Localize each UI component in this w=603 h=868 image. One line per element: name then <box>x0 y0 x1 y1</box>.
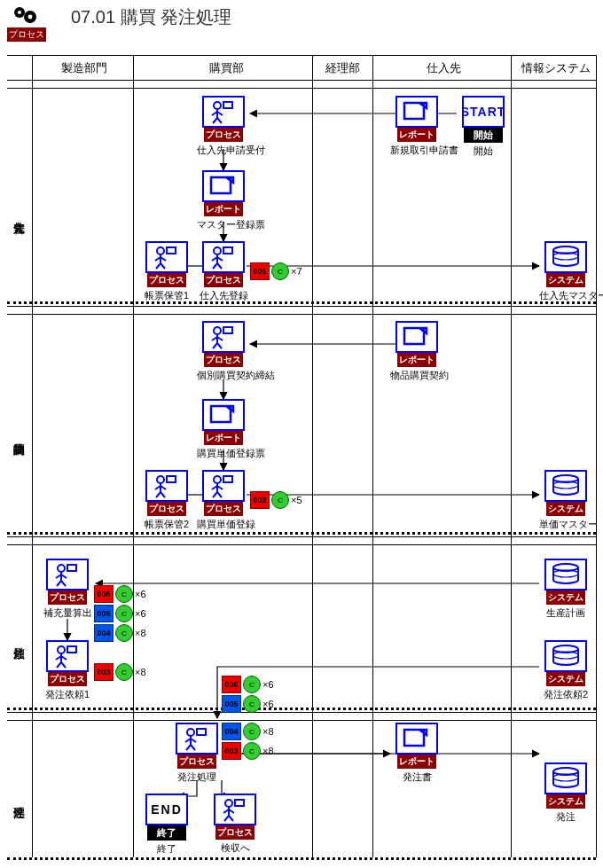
control-c3: 006C×6 <box>94 585 146 603</box>
control-c6: 003C×8 <box>94 663 146 681</box>
goods-contract-report[interactable]: レポート 物品購買契約 <box>390 321 443 382</box>
control-c2: 002C×5 <box>250 491 302 509</box>
new-request-cap: 新規取引申請書 <box>390 144 443 157</box>
person-icon <box>208 99 239 124</box>
start-label: START <box>462 105 505 119</box>
control-c5: 004C×8 <box>94 624 146 642</box>
prod-plan-system[interactable]: システム 生産計画 <box>539 559 592 620</box>
control-c10: 003C×8 <box>222 742 274 760</box>
control-c7: 006C×6 <box>222 676 274 693</box>
supplier-accept-process[interactable]: プロセス 仕入先申請受付 <box>197 96 250 157</box>
order-req2-system[interactable]: システム 発注依頼2 <box>539 640 592 701</box>
supplier-master-system[interactable]: システム 仕入先マスター <box>539 241 592 302</box>
start-badge: 開始 <box>464 128 503 143</box>
supplier-register-process[interactable]: プロセス 仕入先登録 <box>197 241 250 302</box>
control-icon: C <box>271 262 289 280</box>
start-cap: 開始 <box>457 145 510 158</box>
price-form-report[interactable]: レポート 購買単価登録票 <box>197 399 250 460</box>
control-c4: 005C×6 <box>94 605 146 622</box>
order-proc-process[interactable]: プロセス 発注処理 <box>170 723 223 784</box>
form-keep1-process[interactable]: プロセス 帳票保管1 <box>140 241 193 302</box>
form-keep2-process[interactable]: プロセス 帳票保管2 <box>140 470 193 531</box>
price-master-system[interactable]: システム 単価マスター <box>539 470 592 531</box>
control-c9: 004C×8 <box>222 723 274 740</box>
control-c8: 005C×6 <box>222 695 274 713</box>
order-doc-report[interactable]: レポート 発注書 <box>390 723 443 784</box>
order-system[interactable]: システム 発注 <box>539 762 592 824</box>
database-icon <box>550 246 582 269</box>
start-node[interactable]: START 開始 開始 <box>457 96 510 158</box>
flow-connectors <box>0 0 603 868</box>
control-c1: 001C×7 <box>250 262 302 280</box>
new-request-report[interactable]: レポート 新規取引申請書 <box>390 96 443 157</box>
individual-contract-process[interactable]: プロセス 個別購買契約締結 <box>197 321 250 382</box>
report-icon <box>402 100 432 123</box>
end-node[interactable]: END 終了 終了 <box>140 794 193 856</box>
order-req1-process[interactable]: プロセス 発注依頼1 <box>41 640 94 701</box>
master-form-report[interactable]: レポート マスター登録票 <box>197 170 250 231</box>
price-register-process[interactable]: プロセス 購買単価登録 <box>197 470 250 531</box>
replenish-process[interactable]: プロセス 補充量算出 <box>41 559 94 620</box>
to-inspection-process[interactable]: プロセス 検収へ <box>208 794 262 855</box>
report-badge: レポート <box>397 128 436 142</box>
